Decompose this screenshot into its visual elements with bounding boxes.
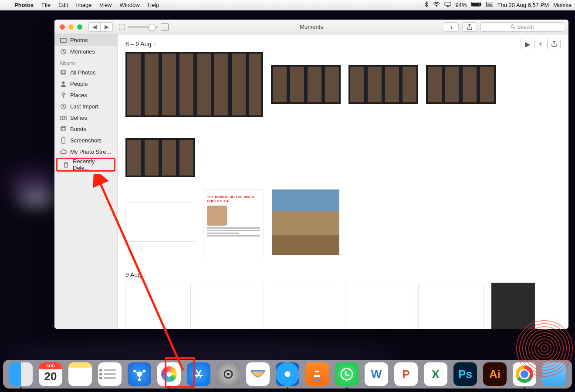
menubar-clock[interactable]: Thu 20 Aug 6:57 PM (497, 2, 549, 8)
sidebar-item-label: My Photo Stre… (70, 149, 112, 155)
photo-thumbnail[interactable] (345, 283, 410, 329)
sidebar-item-label: Bursts (70, 126, 86, 132)
close-button[interactable] (60, 24, 65, 30)
sidebar-item-selfies[interactable]: Selfies (54, 112, 117, 123)
memories-icon (60, 48, 67, 55)
photo-thumbnail[interactable] (272, 283, 337, 329)
share-button[interactable] (462, 22, 477, 32)
svg-rect-1 (445, 2, 451, 6)
svg-point-16 (62, 81, 64, 84)
sidebar-item-photos[interactable]: Photos (54, 34, 117, 46)
battery-percent: 94% (456, 2, 467, 8)
dock-illustrator[interactable]: Ai (483, 362, 507, 386)
photo-thumbnail[interactable] (125, 138, 195, 177)
magazine-headline: THE BRIDGE ON THE RIVER CHOLUTECA (203, 190, 264, 204)
photo-thumbnail[interactable] (125, 283, 191, 329)
person-icon (60, 80, 67, 87)
minimize-button[interactable] (68, 24, 74, 30)
dock-mail[interactable] (246, 362, 270, 386)
dock-powerpoint[interactable]: P (394, 362, 418, 386)
sidebar-item-places[interactable]: Places (54, 89, 117, 101)
photo-thumbnail[interactable] (125, 203, 195, 242)
sidebar-item-memories[interactable]: Memories (54, 46, 117, 57)
add-to-button[interactable]: + (534, 39, 547, 49)
sidebar-item-recently-deleted[interactable]: Recently Dele… (58, 159, 114, 170)
dock-vlc[interactable] (305, 362, 329, 386)
battery-icon[interactable] (471, 2, 482, 8)
photo-thumbnail[interactable] (272, 189, 339, 255)
moment-label: 8 – 9 Aug (125, 41, 151, 47)
chevron-right-icon: › (144, 271, 146, 278)
dock-photoshop[interactable]: Ps (453, 362, 477, 386)
photos-icon (60, 37, 67, 44)
dock-calendar[interactable]: AUG 20 (39, 362, 62, 386)
camera-icon (60, 114, 67, 121)
photo-thumbnail[interactable] (125, 52, 263, 117)
photo-thumbnail[interactable] (418, 283, 484, 329)
dock-shareit[interactable] (128, 362, 151, 386)
dock-appstore[interactable] (187, 362, 210, 386)
svg-line-10 (514, 27, 515, 29)
dock-safari[interactable] (276, 362, 299, 386)
dock-excel[interactable]: X (424, 362, 447, 386)
zoom-button[interactable] (77, 24, 82, 30)
sidebar-item-last-import[interactable]: Last Import (54, 101, 117, 112)
menubar-user[interactable]: Monika (553, 2, 572, 8)
moment-header[interactable]: 9 Aug › (125, 271, 561, 278)
calendar-day: 20 (44, 370, 57, 383)
stack-icon (60, 69, 67, 76)
menu-help[interactable]: Help (144, 2, 163, 8)
svg-rect-3 (472, 3, 480, 6)
photo-thumbnail[interactable] (348, 65, 418, 104)
stack-icon (60, 125, 67, 132)
play-slideshow-button[interactable]: ▶ (521, 39, 534, 49)
svg-rect-4 (480, 3, 481, 6)
svg-marker-32 (284, 371, 291, 377)
nav-forward-button[interactable]: ▶ (101, 22, 113, 32)
sidebar-item-people[interactable]: People (54, 78, 117, 89)
svg-point-30 (227, 373, 230, 375)
dock-reminders[interactable] (98, 362, 122, 386)
dock-notes[interactable] (68, 362, 92, 386)
share-moment-button[interactable] (547, 39, 560, 49)
dock-system-preferences[interactable] (216, 362, 240, 386)
svg-point-21 (62, 117, 64, 119)
wifi-icon[interactable] (433, 2, 440, 8)
sidebar: Photos Memories Albums All Photos People… (54, 34, 118, 329)
airplay-icon[interactable] (444, 2, 451, 8)
sidebar-albums-header: Albums (54, 57, 117, 67)
search-input[interactable]: Search (480, 22, 564, 32)
svg-rect-31 (251, 370, 265, 372)
sidebar-item-all-photos[interactable]: All Photos (54, 67, 117, 78)
photo-thumbnail[interactable] (199, 283, 264, 329)
menu-image[interactable]: Image (72, 2, 95, 8)
menu-file[interactable]: File (37, 2, 54, 8)
menubar-app[interactable]: Photos (10, 2, 37, 8)
thumb-size-small-icon[interactable] (119, 24, 125, 30)
dock-photos[interactable] (157, 362, 181, 386)
thumb-size-slider[interactable] (128, 26, 158, 28)
menu-view[interactable]: View (96, 2, 116, 8)
bluetooth-icon[interactable] (424, 1, 429, 9)
sidebar-item-screenshots[interactable]: Screenshots (54, 135, 117, 146)
photo-thumbnail[interactable] (271, 65, 341, 104)
photo-thumbnail[interactable] (426, 65, 496, 104)
sidebar-item-label: People (70, 81, 88, 87)
clock-icon (60, 103, 67, 110)
sidebar-item-bursts[interactable]: Bursts (54, 123, 117, 135)
sidebar-item-photo-stream[interactable]: My Photo Stre… (54, 146, 117, 157)
control-center-icon[interactable] (486, 2, 493, 8)
menu-window[interactable]: Window (116, 2, 144, 8)
add-button[interactable]: + (444, 22, 459, 32)
nav-back-button[interactable]: ◀ (88, 22, 101, 32)
dock-finder[interactable] (9, 362, 33, 386)
thumb-size-large-icon[interactable] (161, 23, 169, 31)
menu-edit[interactable]: Edit (54, 2, 72, 8)
svg-rect-36 (314, 375, 320, 377)
search-placeholder: Search (517, 24, 534, 30)
content-area[interactable]: ▶ + 8 – 9 Aug › THE BRIDGE ON T (118, 34, 568, 329)
photo-thumbnail[interactable]: THE BRIDGE ON THE RIVER CHOLUTECA (203, 189, 264, 259)
dock-word[interactable]: W (365, 362, 388, 386)
dock-whatsapp[interactable] (335, 362, 359, 386)
moment-header[interactable]: 8 – 9 Aug › (125, 41, 521, 47)
